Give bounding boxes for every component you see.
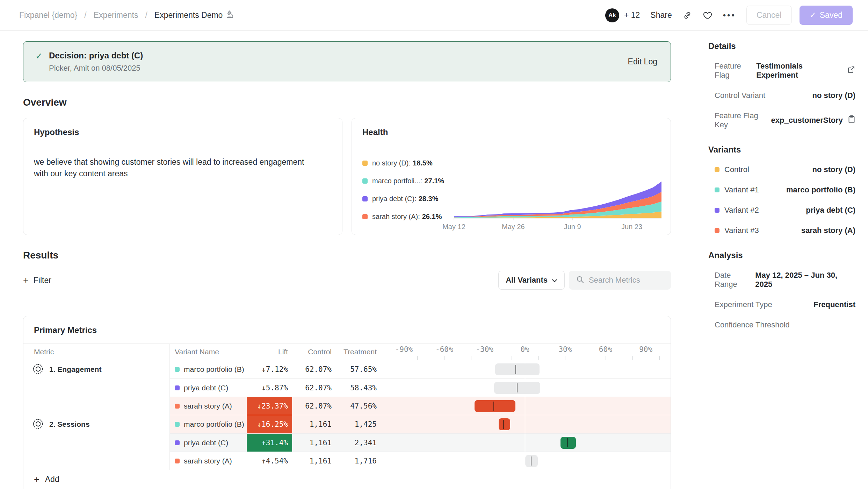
detail-label: Feature Flag Key <box>715 111 771 129</box>
variant-row[interactable]: sarah story (A)↓23.37%62.07%47.56% <box>170 397 671 415</box>
axis-tick <box>471 356 471 360</box>
mean-lift-marker <box>515 365 516 374</box>
share-button[interactable]: Share <box>650 10 672 20</box>
variant-name: marco portfolio (B) <box>184 365 244 374</box>
legend-swatch <box>362 161 368 166</box>
add-metric-button[interactable]: + Add <box>23 470 671 489</box>
variants-title: Variants <box>708 145 855 155</box>
metric-target-icon <box>32 418 44 430</box>
variants-dropdown[interactable]: All Variants <box>498 271 565 290</box>
spacer <box>377 434 392 452</box>
mean-lift-marker <box>503 420 504 429</box>
microscope-icon <box>226 10 234 21</box>
control-value: 62.07% <box>292 379 333 397</box>
variant-key: Control <box>715 165 749 174</box>
legend-label: no story (D): <box>372 159 411 167</box>
more-options-icon[interactable]: ••• <box>723 10 736 20</box>
variant-name: sarah story (A) <box>184 402 232 410</box>
confidence-bar-cell <box>392 452 671 470</box>
legend-label: marco portfoli...: <box>372 177 422 185</box>
axis-tick <box>525 356 525 360</box>
variant-swatch <box>175 367 180 372</box>
analysis-row: Experiment TypeFrequentist <box>715 300 855 309</box>
metric-cell[interactable]: 1. Engagement <box>23 360 170 415</box>
lift-value: ↓23.37% <box>247 397 292 415</box>
axis-tick <box>632 356 633 360</box>
variant-name-cell: sarah story (A) <box>170 397 247 415</box>
confidence-interval-bar <box>495 363 540 375</box>
variant-row[interactable]: marco portfolio (B)↓16.25%1,1611,425 <box>170 415 671 433</box>
search-metrics-input[interactable] <box>589 276 664 285</box>
detail-label: Control Variant <box>715 91 765 100</box>
results-divider <box>23 299 671 299</box>
metric-group: 1. Engagementmarco portfolio (B)↓7.12%62… <box>23 360 671 415</box>
variant-row[interactable]: sarah story (A)↑4.54%1,1611,716 <box>170 452 671 470</box>
treatment-value: 58.43% <box>333 379 377 397</box>
copy-link-icon[interactable] <box>682 10 692 20</box>
control-value: 1,161 <box>292 415 333 433</box>
confidence-interval-bar <box>494 382 541 394</box>
analysis-label: Experiment Type <box>715 300 772 309</box>
x-tick-label: Jun 9 <box>564 223 581 231</box>
legend-item: no story (D):18.5% <box>362 159 671 167</box>
lift-value: ↓16.25% <box>247 415 292 433</box>
treatment-value: 57.65% <box>333 360 377 378</box>
variant-name: marco portfolio (B) <box>184 420 244 428</box>
axis-tick <box>606 356 606 360</box>
analysis-row: Confidence Threshold <box>715 320 855 329</box>
mean-lift-marker <box>531 456 531 466</box>
confidence-bar-cell <box>392 397 671 415</box>
clipboard-icon[interactable] <box>848 115 855 126</box>
analysis-label: Confidence Threshold <box>715 320 790 329</box>
axis-tick <box>458 356 458 360</box>
primary-metrics-card: Primary Metrics Metric Variant Name Lift… <box>23 316 671 489</box>
breadcrumb-separator: / <box>145 10 147 20</box>
results-title: Results <box>23 250 671 261</box>
confidence-interval-bar <box>525 455 538 467</box>
variant-value: marco portfolio (B) <box>786 185 855 194</box>
saved-button[interactable]: ✓ Saved <box>800 6 853 25</box>
collaborator-count[interactable]: + 12 <box>624 10 640 20</box>
variant-value: priya debt (C) <box>806 206 855 215</box>
analysis-value: Frequentist <box>813 300 855 309</box>
breadcrumb-project[interactable]: Fixpanel {demo} <box>19 10 77 20</box>
external-link-icon[interactable] <box>847 65 855 76</box>
edit-log-button[interactable]: Edit Log <box>628 57 657 66</box>
variant-swatch <box>715 167 719 172</box>
variant-key-label: Variant #2 <box>724 206 759 215</box>
metric-cell[interactable]: 2. Sessions <box>23 415 170 470</box>
axis-tick <box>646 356 646 360</box>
plus-icon: + <box>23 277 29 284</box>
search-metrics-box <box>569 271 671 290</box>
add-filter-button[interactable]: + Filter <box>23 276 51 285</box>
variant-key-label: Control <box>724 165 749 174</box>
variant-row[interactable]: priya debt (C)↑31.4%1,1612,341 <box>170 433 671 452</box>
axis-tick <box>498 356 498 360</box>
favorite-heart-icon[interactable] <box>703 10 713 20</box>
legend-value: 28.3% <box>419 195 439 203</box>
avatar[interactable]: Ak <box>605 8 619 22</box>
x-tick-label: May 12 <box>442 223 465 231</box>
variant-name-cell: priya debt (C) <box>170 379 247 397</box>
axis-tick <box>579 356 579 360</box>
detail-value: Testimonials Experiment <box>756 62 855 80</box>
variant-row[interactable]: priya debt (C)↓5.87%62.07%58.43% <box>170 378 671 397</box>
hypothesis-card: Hypothesis we believe that showing custo… <box>23 118 342 235</box>
control-value: 1,161 <box>292 434 333 452</box>
check-icon: ✓ <box>810 10 816 20</box>
variant-name-cell: marco portfolio (B) <box>170 360 247 378</box>
confidence-bar-cell <box>392 434 671 452</box>
detail-value: exp_customerStory <box>771 115 855 126</box>
chevron-down-icon <box>552 276 557 285</box>
spacer <box>377 452 392 470</box>
column-variant-name: Variant Name <box>170 344 247 360</box>
detail-value-text: exp_customerStory <box>771 116 843 125</box>
search-icon <box>576 275 584 285</box>
control-value: 62.07% <box>292 397 333 415</box>
variant-swatch <box>175 422 180 427</box>
variant-row[interactable]: marco portfolio (B)↓7.12%62.07%57.65% <box>170 360 671 378</box>
overview-title: Overview <box>23 97 671 108</box>
breadcrumb-experiments[interactable]: Experiments <box>94 10 138 20</box>
cancel-button[interactable]: Cancel <box>746 6 792 25</box>
treatment-value: 1,716 <box>333 452 377 470</box>
